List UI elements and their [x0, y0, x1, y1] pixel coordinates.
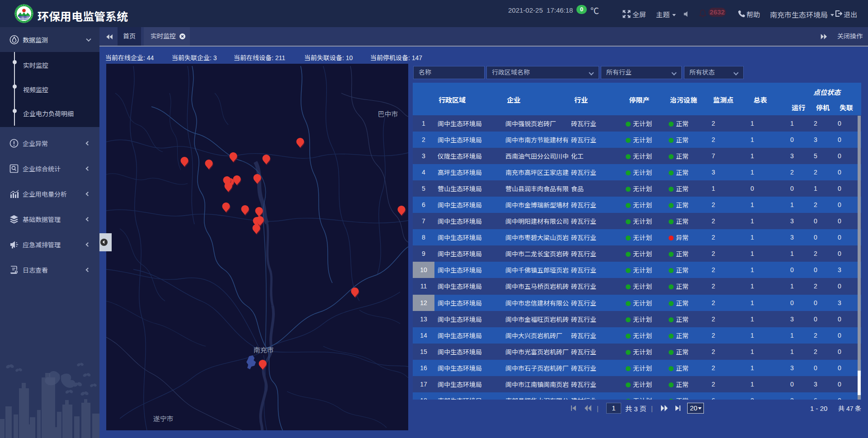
svg-text:巴中市: 巴中市	[377, 110, 398, 118]
svg-text:南充市: 南充市	[253, 346, 274, 354]
svg-text:遂宁市: 遂宁市	[153, 415, 173, 423]
